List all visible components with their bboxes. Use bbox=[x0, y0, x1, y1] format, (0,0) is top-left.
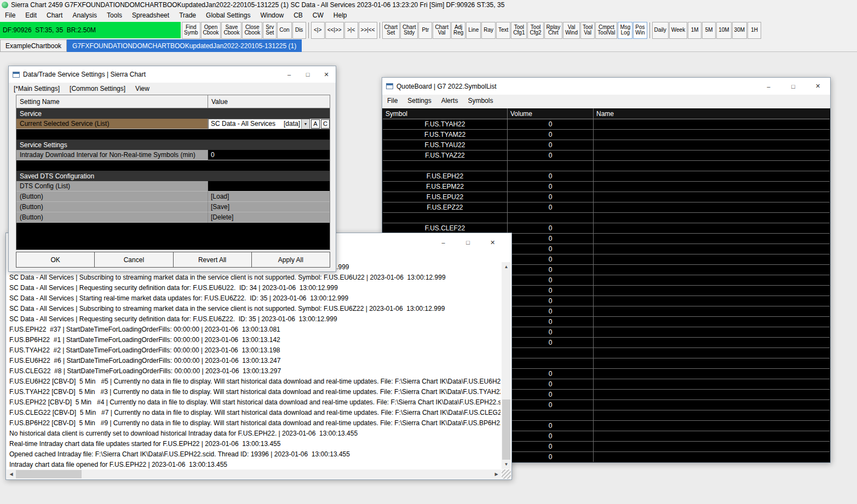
maximize-button[interactable]: □ bbox=[298, 66, 317, 83]
scroll-right-icon[interactable]: ▶ bbox=[492, 470, 501, 479]
quoteboard-title-bar[interactable]: QuoteBoard | G7 2022.SymbolList – □ ✕ bbox=[382, 78, 830, 95]
quoteboard-column-name[interactable]: Name bbox=[594, 108, 830, 119]
toolbar-button-daily[interactable]: Daily bbox=[652, 22, 669, 39]
close-button[interactable]: ✕ bbox=[480, 233, 505, 252]
service-select-dropdown[interactable]: SC Data - All Services[data]▼ bbox=[208, 119, 310, 129]
horizontal-scrollbar[interactable]: ◀ ▶ bbox=[7, 470, 501, 479]
maximize-button[interactable]: □ bbox=[781, 78, 806, 95]
toolbar-button-con[interactable]: Con bbox=[277, 22, 291, 39]
toolbar-button-msg-log[interactable]: Msg Log bbox=[618, 22, 632, 39]
menu-item-global-settings[interactable]: Global Settings bbox=[201, 10, 255, 21]
setting-action-delete[interactable]: [Delete] bbox=[208, 212, 330, 223]
toolbar-button-cmpct-toolval[interactable]: Cmpct ToolVal bbox=[595, 22, 617, 39]
chevron-down-icon[interactable]: ▼ bbox=[301, 119, 309, 129]
quoteboard-column-volume[interactable]: Volume bbox=[508, 108, 594, 119]
menu-item-analysis[interactable]: Analysis bbox=[67, 10, 102, 21]
scrollbar-track[interactable] bbox=[502, 271, 511, 460]
scroll-left-icon[interactable]: ◀ bbox=[7, 470, 16, 479]
maximize-button[interactable]: □ bbox=[456, 233, 480, 252]
dialog-menu-main-settings[interactable]: [*Main Settings] bbox=[9, 85, 65, 92]
dialog-menu-common-settings[interactable]: [Common Settings] bbox=[65, 85, 130, 92]
scrollbar-thumb[interactable] bbox=[16, 470, 82, 478]
toolbar-button-item-11[interactable]: >>|<< bbox=[359, 22, 377, 39]
menu-item-file[interactable]: File bbox=[0, 10, 20, 21]
toolbar-button-ray[interactable]: Ray bbox=[481, 22, 496, 39]
setting-action-save[interactable]: [Save] bbox=[208, 202, 330, 212]
scroll-up-icon[interactable]: ▲ bbox=[502, 262, 511, 271]
scrollbar-track[interactable] bbox=[16, 470, 492, 479]
minimize-button[interactable]: – bbox=[431, 233, 456, 252]
menu-item-tools[interactable]: Tools bbox=[102, 10, 127, 21]
quoteboard-column-symbol[interactable]: Symbol bbox=[383, 108, 508, 119]
minimize-button[interactable]: – bbox=[280, 66, 298, 83]
toolbar-button-tool-val[interactable]: Tool Val bbox=[580, 22, 595, 39]
quote-row[interactable]: F.US.TYAH220 bbox=[383, 119, 830, 130]
tab-examplechartbook[interactable]: ExampleChartbook bbox=[0, 39, 67, 52]
toolbar-button-tool-cfg2[interactable]: Tool Cfg2 bbox=[527, 22, 543, 39]
service-a-button[interactable]: A bbox=[311, 119, 320, 129]
apply-all-button[interactable]: Apply All bbox=[251, 252, 330, 268]
toolbar-button-tool-cfg1[interactable]: Tool Cfg1 bbox=[511, 22, 527, 39]
quote-row[interactable]: F.US.EPZ220 bbox=[383, 202, 830, 213]
quoteboard-menu-settings[interactable]: Settings bbox=[402, 95, 436, 106]
toolbar-button-open-cbook[interactable]: Open Cbook bbox=[201, 22, 221, 39]
ok-button[interactable]: OK bbox=[16, 252, 95, 268]
toolbar-button-chart-val[interactable]: Chart Val bbox=[433, 22, 450, 39]
service-c-button[interactable]: C bbox=[321, 119, 330, 129]
minimize-button[interactable]: – bbox=[756, 78, 781, 95]
menu-item-cw[interactable]: CW bbox=[308, 10, 329, 21]
toolbar-button-close-cbook[interactable]: Close Cbook bbox=[242, 22, 262, 39]
setting-name-column-header[interactable]: Setting Name bbox=[16, 95, 208, 108]
quoteboard-menu-symbols[interactable]: Symbols bbox=[463, 95, 498, 106]
menu-item-trade[interactable]: Trade bbox=[174, 10, 201, 21]
toolbar-button-week[interactable]: Week bbox=[669, 22, 687, 39]
quoteboard-menu-file[interactable]: File bbox=[382, 95, 402, 106]
menu-item-spreadsheet[interactable]: Spreadsheet bbox=[127, 10, 174, 21]
toolbar-button-ptr[interactable]: Ptr bbox=[418, 22, 432, 39]
menu-item-window[interactable]: Window bbox=[255, 10, 289, 21]
menu-item-help[interactable]: Help bbox=[329, 10, 352, 21]
toolbar-button-5m[interactable]: 5M bbox=[702, 22, 716, 39]
quote-row[interactable]: F.US.EPU220 bbox=[383, 192, 830, 202]
quoteboard-menu-alerts[interactable]: Alerts bbox=[436, 95, 463, 106]
toolbar-button-10m[interactable]: 10M bbox=[716, 22, 731, 39]
toolbar-button-val-wind[interactable]: Val Wind bbox=[563, 22, 580, 39]
quote-row[interactable]: F.US.EPM220 bbox=[383, 182, 830, 192]
toolbar-button-item-9[interactable]: <<|>> bbox=[325, 22, 344, 39]
quote-row[interactable]: F.US.TYAU220 bbox=[383, 140, 830, 150]
toolbar-button-30m[interactable]: 30M bbox=[732, 22, 747, 39]
value-column-header[interactable]: Value bbox=[208, 95, 330, 108]
toolbar-button-item-10[interactable]: >|< bbox=[344, 22, 358, 39]
toolbar-button-save-cbook[interactable]: Save Cbook bbox=[221, 22, 241, 39]
close-button[interactable]: ✕ bbox=[806, 78, 830, 95]
resize-grip[interactable] bbox=[502, 470, 511, 479]
toolbar-button-chart-stdy[interactable]: Chart Stdy bbox=[400, 22, 418, 39]
toolbar-button-adj-reg[interactable]: Adj Reg bbox=[451, 22, 465, 39]
toolbar-button-line[interactable]: Line bbox=[466, 22, 481, 39]
toolbar-button-1h[interactable]: 1H bbox=[747, 22, 761, 39]
toolbar-button-rplay-chrt[interactable]: Rplay Chrt bbox=[544, 22, 563, 39]
menu-item-edit[interactable]: Edit bbox=[20, 10, 42, 21]
toolbar-button-1m[interactable]: 1M bbox=[688, 22, 701, 39]
toolbar-button-item-8[interactable]: <|> bbox=[311, 22, 325, 39]
quote-row[interactable] bbox=[383, 161, 830, 171]
quote-row[interactable]: F.US.TYAZ220 bbox=[383, 150, 830, 161]
scrollbar-thumb[interactable] bbox=[502, 399, 510, 460]
menu-item-chart[interactable]: Chart bbox=[42, 10, 67, 21]
scroll-down-icon[interactable]: ▼ bbox=[502, 460, 511, 469]
quote-row[interactable]: F.US.EPH220 bbox=[383, 171, 830, 182]
toolbar-button-text[interactable]: Text bbox=[496, 22, 510, 39]
vertical-scrollbar[interactable]: ▲ ▼ bbox=[502, 262, 511, 469]
cancel-button[interactable]: Cancel bbox=[94, 252, 173, 268]
menu-item-cb[interactable]: CB bbox=[289, 10, 308, 21]
revert-all-button[interactable]: Revert All bbox=[173, 252, 252, 268]
quote-row[interactable]: F.US.TYAM220 bbox=[383, 130, 830, 140]
toolbar-button-dis[interactable]: Dis bbox=[292, 22, 306, 39]
quote-row[interactable] bbox=[383, 213, 830, 223]
toolbar-button-pos-win[interactable]: Pos Win bbox=[633, 22, 647, 39]
toolbar-button-find-symb[interactable]: Find Symb bbox=[182, 22, 200, 39]
toolbar-button-chart-set[interactable]: Chart Set bbox=[382, 22, 400, 39]
tab-g7fxfoundationdomchartbookupdatedjan2022-220105-131225-1[interactable]: G7FXFOUNDATIONDOMCHARTBOOKupdatedJan2022… bbox=[67, 39, 302, 52]
setting-action-load[interactable]: [Load] bbox=[208, 192, 330, 202]
dialog-menu-view[interactable]: View bbox=[130, 85, 154, 92]
